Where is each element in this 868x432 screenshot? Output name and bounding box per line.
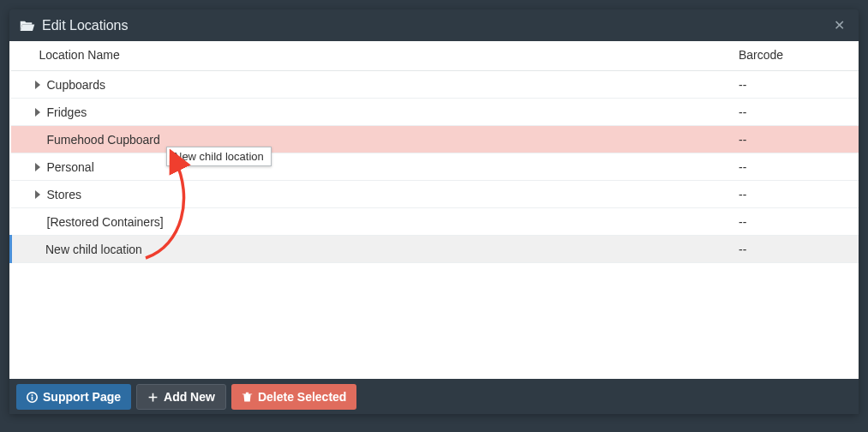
delete-selected-button[interactable]: Delete Selected xyxy=(231,384,357,410)
table-row[interactable]: Stores-- xyxy=(11,181,859,208)
location-name: [Restored Containers] xyxy=(47,215,164,229)
dialog-body: Location Name Barcode Cupboards--Fridges… xyxy=(9,41,859,379)
add-new-button[interactable]: Add New xyxy=(136,384,226,410)
info-icon xyxy=(27,392,38,403)
location-name: Stores xyxy=(47,188,81,201)
edit-locations-dialog: Edit Locations ✕ Location Name Barcode C… xyxy=(9,9,859,414)
table-row[interactable]: Fumehood Cupboard-- xyxy=(11,126,859,153)
chevron-right-icon[interactable] xyxy=(32,161,44,173)
location-name: Cupboards xyxy=(47,78,106,92)
svg-rect-1 xyxy=(32,396,33,399)
svg-rect-2 xyxy=(32,394,33,396)
column-header-barcode[interactable]: Barcode xyxy=(730,41,859,71)
delete-selected-label: Delete Selected xyxy=(258,390,347,404)
support-page-button[interactable]: Support Page xyxy=(16,384,131,410)
table-row[interactable]: Personal-- xyxy=(11,153,859,181)
column-header-name[interactable]: Location Name xyxy=(11,41,731,71)
location-name: Personal xyxy=(47,160,94,174)
table-row[interactable]: Cupboards-- xyxy=(11,71,859,99)
chevron-right-icon[interactable] xyxy=(32,189,44,201)
locations-table: Location Name Barcode Cupboards--Fridges… xyxy=(9,41,859,263)
barcode-cell: -- xyxy=(730,99,859,126)
table-row[interactable]: [Restored Containers]-- xyxy=(11,208,859,236)
chevron-right-icon[interactable] xyxy=(32,106,44,118)
support-page-label: Support Page xyxy=(43,390,121,404)
barcode-cell: -- xyxy=(730,153,859,181)
table-row[interactable]: New child location-- xyxy=(11,236,859,263)
barcode-cell: -- xyxy=(730,208,859,236)
dialog-title: Edit Locations xyxy=(42,18,129,33)
plus-icon xyxy=(147,392,159,403)
barcode-cell: -- xyxy=(730,71,859,99)
barcode-cell: -- xyxy=(730,126,859,153)
barcode-cell: -- xyxy=(730,236,859,263)
chevron-right-icon[interactable] xyxy=(32,79,44,91)
dialog-header: Edit Locations ✕ xyxy=(9,9,859,41)
close-icon[interactable]: ✕ xyxy=(830,14,848,37)
dialog-footer: Support Page Add New Delete Selected xyxy=(9,379,859,414)
location-name: New child location xyxy=(45,243,142,256)
table-row[interactable]: Fridges-- xyxy=(11,99,859,126)
folder-open-icon xyxy=(20,19,35,33)
context-tooltip: New child location xyxy=(166,147,272,166)
barcode-cell: -- xyxy=(730,181,859,208)
location-name: Fridges xyxy=(47,105,87,119)
trash-icon xyxy=(242,392,253,403)
add-new-label: Add New xyxy=(164,390,215,404)
location-name: Fumehood Cupboard xyxy=(47,133,160,147)
